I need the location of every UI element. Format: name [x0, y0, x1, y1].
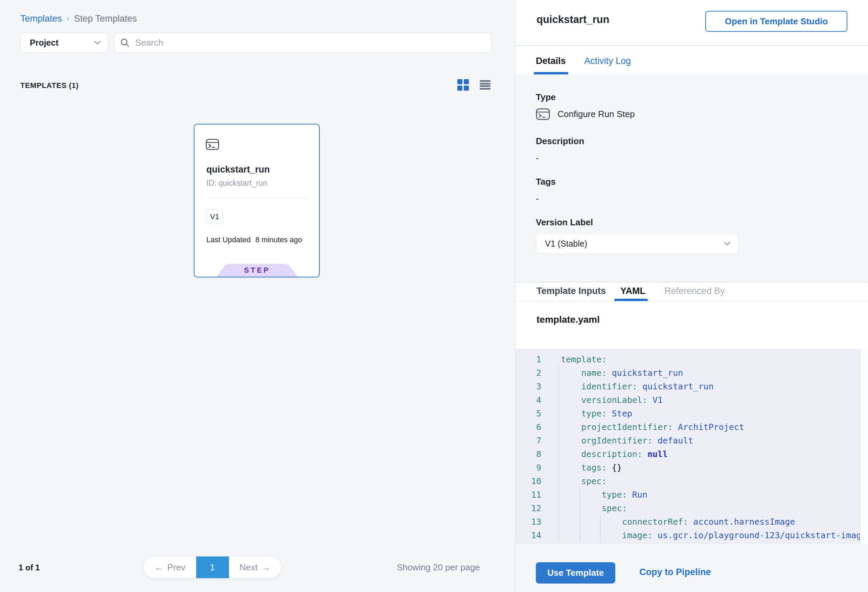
run-step-icon	[206, 139, 219, 150]
tags-label: Tags	[536, 177, 556, 187]
per-page-summary: Showing 20 per page	[397, 562, 492, 573]
description-label: Description	[536, 136, 584, 146]
pagination: ← Prev 1 Next →	[144, 557, 281, 578]
page-1-button[interactable]: 1	[196, 557, 229, 578]
yaml-code-line: 9 tags: {}	[515, 461, 868, 474]
panel-sub-tabs: Template Inputs YAML Referenced By	[515, 282, 868, 301]
yaml-editor: 1template:2 name: quickstart_run3 identi…	[515, 349, 868, 544]
description-value: -	[536, 153, 539, 163]
tab-referenced-by[interactable]: Referenced By	[664, 286, 725, 296]
list-view-icon[interactable]	[480, 80, 490, 90]
yaml-code-line: 10 spec:	[515, 474, 868, 488]
last-updated-value: 8 minutes ago	[255, 235, 302, 244]
chevron-down-icon	[94, 40, 101, 45]
version-badge: V1	[206, 210, 223, 224]
templates-count: TEMPLATES (1)	[20, 81, 78, 90]
type-value: Configure Run Step	[558, 109, 635, 120]
tags-value: -	[536, 193, 539, 204]
breadcrumb-current: Step Templates	[74, 13, 137, 24]
yaml-code-line: 14 image: us.gcr.io/playground-123/quick…	[515, 529, 868, 542]
yaml-code-line: 2 name: quickstart_run	[515, 366, 868, 379]
version-label: Version Label	[536, 217, 593, 228]
run-step-icon	[536, 108, 550, 120]
view-toggles	[457, 79, 490, 91]
template-card[interactable]: quickstart_run ID: quickstart_run V1 Las…	[194, 124, 320, 278]
type-value-row: Configure Run Step	[536, 108, 635, 120]
card-divider	[206, 198, 309, 198]
details-panel-header: quickstart_run Open in Template Studio	[515, 0, 868, 46]
copy-to-pipeline-link[interactable]: Copy to Pipeline	[639, 567, 711, 577]
yaml-code-line: 1template:	[515, 353, 868, 366]
type-label: Type	[536, 92, 556, 102]
active-tab-indicator	[534, 72, 568, 74]
panel-tabs: Details Activity Log	[515, 46, 868, 74]
card-id: ID: quickstart_run	[206, 179, 267, 188]
yaml-code-line: 5 type: Step	[515, 407, 868, 420]
active-subtab-indicator	[614, 299, 648, 301]
panel-title: quickstart_run	[536, 13, 609, 26]
templates-page: Templates › Step Templates Project TEMPL…	[0, 0, 868, 592]
yaml-code-line: 7 orgIdentifier: default	[515, 434, 868, 447]
yaml-code-line: 13 connectorRef: account.harnessImage	[515, 515, 868, 529]
scope-select-value: Project	[30, 38, 59, 48]
next-page-button[interactable]: Next →	[229, 557, 282, 578]
tab-template-inputs[interactable]: Template Inputs	[536, 286, 606, 296]
yaml-code-line: 11 type: Run	[515, 488, 868, 501]
yaml-code-lines: 1template:2 name: quickstart_run3 identi…	[515, 353, 868, 542]
breadcrumb: Templates › Step Templates	[20, 13, 137, 24]
yaml-code-line: 3 identifier: quickstart_run	[515, 379, 868, 393]
yaml-code-line: 4 versionLabel: V1	[515, 393, 868, 407]
card-title: quickstart_run	[206, 164, 270, 175]
editor-scrollbar[interactable]	[860, 349, 868, 544]
yaml-file-header: template.yaml	[515, 301, 868, 349]
page-summary: 1 of 1	[19, 563, 40, 572]
scope-select[interactable]: Project	[20, 32, 108, 53]
yaml-code-line: 6 projectIdentifier: ArchitProject	[515, 420, 868, 434]
prev-label: Prev	[167, 562, 185, 573]
breadcrumb-chevron-icon: ›	[66, 14, 69, 23]
last-updated-row: Last Updated 8 minutes ago	[206, 235, 302, 244]
arrow-right-icon: →	[261, 562, 270, 573]
search-icon	[120, 38, 130, 48]
chevron-down-icon	[723, 241, 731, 246]
yaml-code-line: 8 description: null	[515, 447, 868, 461]
breadcrumb-templates-link[interactable]: Templates	[20, 13, 62, 24]
search-box[interactable]	[114, 32, 492, 53]
use-template-button[interactable]: Use Template	[536, 562, 615, 583]
prev-page-button[interactable]: ← Prev	[144, 557, 196, 578]
version-select-value: V1 (Stable)	[545, 239, 587, 249]
search-input[interactable]	[134, 37, 486, 49]
tab-activity-log[interactable]: Activity Log	[584, 56, 631, 66]
arrow-left-icon: ←	[155, 562, 163, 573]
tab-details[interactable]: Details	[536, 56, 566, 66]
version-select[interactable]: V1 (Stable)	[536, 233, 739, 254]
last-updated-label: Last Updated	[206, 235, 251, 244]
step-type-banner: STEP	[217, 264, 298, 277]
yaml-code-line: 12 spec:	[515, 501, 868, 515]
open-in-template-studio-button[interactable]: Open in Template Studio	[705, 11, 847, 32]
next-label: Next	[239, 562, 257, 573]
grid-view-icon[interactable]	[457, 79, 469, 91]
yaml-file-name: template.yaml	[536, 314, 600, 325]
tab-yaml[interactable]: YAML	[620, 286, 645, 296]
